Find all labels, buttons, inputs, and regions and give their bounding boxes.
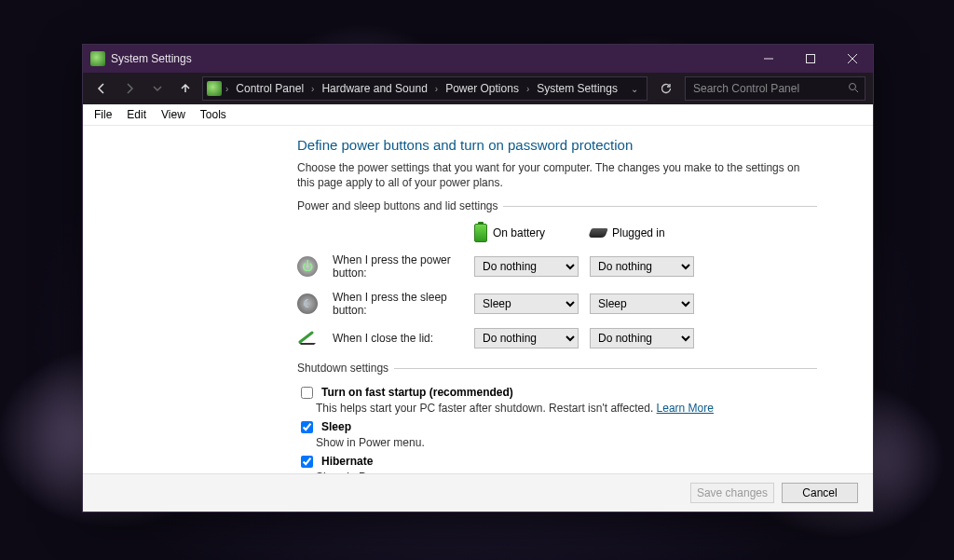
back-button[interactable] xyxy=(90,77,113,100)
search-icon xyxy=(848,82,859,96)
sleep-button-battery-select[interactable]: Sleep xyxy=(474,294,579,314)
lid-battery-select[interactable]: Do nothing xyxy=(474,328,579,348)
menubar: File Edit View Tools xyxy=(83,104,873,126)
breadcrumb-item[interactable]: System Settings xyxy=(533,80,621,97)
close-button[interactable] xyxy=(831,45,873,73)
lid-icon xyxy=(297,328,318,348)
lid-row-label: When I close the lid: xyxy=(333,332,463,345)
page-heading: Define power buttons and turn on passwor… xyxy=(297,137,817,153)
sleep-button-row-label: When I press the sleep button: xyxy=(333,291,463,317)
menu-edit[interactable]: Edit xyxy=(119,106,154,123)
chevron-right-icon[interactable]: › xyxy=(525,84,531,94)
sleep-option-desc: Show in Power menu. xyxy=(316,436,817,449)
control-panel-icon xyxy=(207,81,222,96)
breadcrumb-item[interactable]: Control Panel xyxy=(232,80,307,97)
breadcrumb[interactable]: › Control Panel › Hardware and Sound › P… xyxy=(202,76,647,101)
forward-button[interactable] xyxy=(118,77,141,100)
on-battery-header: On battery xyxy=(474,224,579,242)
fast-startup-label: Turn on fast startup (recommended) xyxy=(321,386,513,399)
plug-icon xyxy=(588,228,608,238)
up-button[interactable] xyxy=(174,77,197,100)
section-legend: Shutdown settings xyxy=(297,362,394,375)
hibernate-checkbox[interactable] xyxy=(301,456,313,468)
address-bar: › Control Panel › Hardware and Sound › P… xyxy=(83,73,873,104)
power-button-battery-select[interactable]: Do nothing xyxy=(474,256,579,277)
lid-plugged-select[interactable]: Do nothing xyxy=(590,328,694,348)
section-legend: Power and sleep buttons and lid settings xyxy=(297,199,503,212)
search-box[interactable] xyxy=(685,76,865,101)
chevron-down-icon[interactable]: ⌄ xyxy=(625,84,644,94)
desktop-wallpaper: System Settings xyxy=(0,0,954,560)
footer: Save changes Cancel xyxy=(83,473,873,512)
content-area: Define power buttons and turn on passwor… xyxy=(83,126,873,512)
menu-view[interactable]: View xyxy=(154,106,193,123)
on-battery-label: On battery xyxy=(493,226,545,239)
sleep-option-label: Sleep xyxy=(321,420,351,433)
breadcrumb-item[interactable]: Power Options xyxy=(442,80,523,97)
plugged-in-header: Plugged in xyxy=(590,226,694,239)
battery-icon xyxy=(474,224,487,242)
save-changes-button[interactable]: Save changes xyxy=(690,483,774,503)
learn-more-link[interactable]: Learn More xyxy=(657,402,714,415)
chevron-right-icon[interactable]: › xyxy=(309,84,316,94)
menu-tools[interactable]: Tools xyxy=(193,106,234,123)
power-buttons-section: Power and sleep buttons and lid settings… xyxy=(297,199,817,348)
system-settings-window: System Settings xyxy=(82,44,874,512)
hibernate-option-label: Hibernate xyxy=(321,455,373,468)
chevron-right-icon[interactable]: › xyxy=(433,84,440,94)
sleep-checkbox[interactable] xyxy=(301,421,313,433)
sleep-button-icon: ☾ xyxy=(297,294,318,314)
minimize-button[interactable] xyxy=(747,45,789,73)
fast-startup-checkbox[interactable] xyxy=(301,387,313,399)
power-button-plugged-select[interactable]: Do nothing xyxy=(590,256,694,277)
app-icon xyxy=(90,51,105,66)
refresh-button[interactable] xyxy=(653,82,679,95)
search-input[interactable] xyxy=(691,81,848,96)
chevron-right-icon[interactable]: › xyxy=(224,84,230,94)
recent-locations-button[interactable] xyxy=(146,77,169,100)
menu-file[interactable]: File xyxy=(87,106,119,123)
plugged-in-label: Plugged in xyxy=(612,226,665,239)
power-button-icon: ⏻ xyxy=(297,256,318,277)
cancel-button[interactable]: Cancel xyxy=(782,483,858,503)
sleep-button-plugged-select[interactable]: Sleep xyxy=(590,294,694,314)
power-button-row-label: When I press the power button: xyxy=(333,253,463,280)
maximize-button[interactable] xyxy=(789,45,831,73)
page-description: Choose the power settings that you want … xyxy=(297,160,817,190)
breadcrumb-item[interactable]: Hardware and Sound xyxy=(318,80,430,97)
fast-startup-desc: This helps start your PC faster after sh… xyxy=(316,402,817,415)
svg-rect-0 xyxy=(806,55,814,63)
svg-point-1 xyxy=(850,83,856,89)
window-title: System Settings xyxy=(111,52,192,65)
titlebar[interactable]: System Settings xyxy=(83,45,873,73)
